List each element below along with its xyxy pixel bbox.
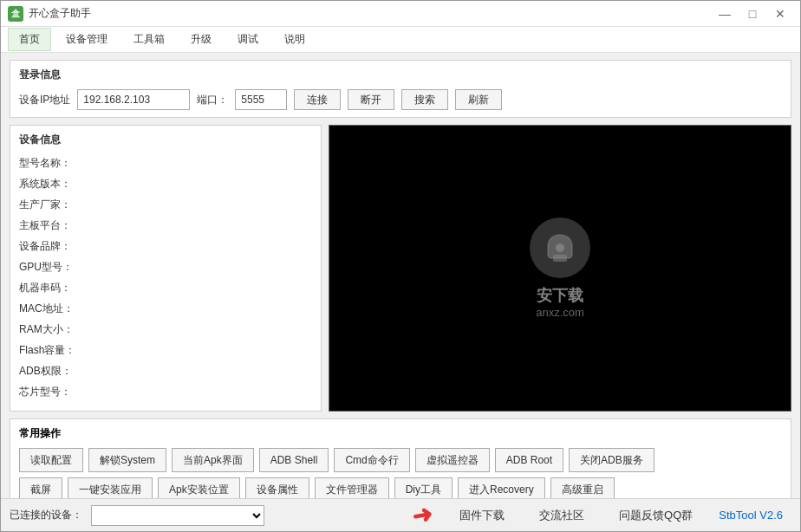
- connected-label: 已连接的设备：: [10, 508, 82, 522]
- port-input[interactable]: [235, 89, 287, 110]
- maximize-button[interactable]: □: [739, 4, 765, 23]
- device-info-field-11: 芯片型号：: [19, 383, 312, 400]
- watermark-icon: [530, 217, 590, 278]
- btn-install-app[interactable]: 一键安装应用: [68, 477, 153, 498]
- main-window: 盒 开心盒子助手 — □ ✕ 首页 设备管理 工具箱 升级 调试 说明 登录信息…: [0, 0, 801, 532]
- btn-close-adb[interactable]: 关闭ADB服务: [569, 448, 654, 472]
- operations-section: 常用操作 读取配置 解锁System 当前Apk界面 ADB Shell Cmd…: [10, 418, 791, 498]
- preview-area: 安下载 anxz.com: [329, 125, 791, 412]
- btn-virtual-remote[interactable]: 虚拟遥控器: [415, 448, 490, 472]
- btn-adb-shell[interactable]: ADB Shell: [259, 448, 329, 472]
- title-bar-left: 盒 开心盒子助手: [8, 6, 91, 22]
- community-link[interactable]: 交流社区: [522, 508, 602, 523]
- red-arrow-icon: ➜: [409, 499, 433, 530]
- watermark-text: 安下载: [537, 285, 583, 306]
- device-info-field-8: RAM大小：: [19, 321, 312, 338]
- btn-diy-tools[interactable]: Diy工具: [394, 477, 453, 498]
- svg-rect-0: [553, 255, 567, 262]
- device-info-field-1: 系统版本：: [19, 175, 312, 192]
- title-bar: 盒 开心盒子助手 — □ ✕: [1, 1, 800, 27]
- menu-item-toolbox[interactable]: 工具箱: [122, 28, 176, 51]
- operations-title: 常用操作: [19, 426, 782, 441]
- app-icon: 盒: [8, 6, 23, 22]
- device-info-field-7: MAC地址：: [19, 300, 312, 317]
- operations-row1: 读取配置 解锁System 当前Apk界面 ADB Shell Cmd命令行 虚…: [19, 448, 782, 472]
- arrow-firmware-area: ➜ 固件下载: [442, 508, 522, 523]
- btn-cmd[interactable]: Cmd命令行: [334, 448, 409, 472]
- device-info-field-9: Flash容量：: [19, 341, 312, 359]
- btn-adb-root[interactable]: ADB Root: [495, 448, 563, 472]
- close-button[interactable]: ✕: [767, 4, 793, 23]
- device-info-field-2: 生产厂家：: [19, 196, 312, 213]
- operations-row2: 截屏 一键安装应用 Apk安装位置 设备属性 文件管理器 Diy工具 进入Rec…: [19, 477, 782, 498]
- menu-item-device-mgmt[interactable]: 设备管理: [55, 28, 119, 51]
- bottom-bar: 已连接的设备： ➜ 固件下载 交流社区 问题反馈QQ群 StbTool V2.6: [1, 498, 800, 531]
- btn-read-config[interactable]: 读取配置: [19, 448, 83, 472]
- btn-advanced-reboot[interactable]: 高级重启: [550, 477, 615, 498]
- connect-button[interactable]: 连接: [294, 89, 341, 110]
- disconnect-button[interactable]: 断开: [348, 89, 394, 110]
- title-controls: — □ ✕: [712, 4, 793, 23]
- menu-item-upgrade[interactable]: 升级: [179, 28, 223, 51]
- login-row: 设备IP地址 端口： 连接 断开 搜索 刷新: [19, 89, 782, 110]
- watermark: 安下载 anxz.com: [530, 217, 590, 319]
- ip-input[interactable]: [77, 89, 190, 110]
- btn-unlock-system[interactable]: 解锁System: [88, 448, 166, 472]
- device-info-field-5: GPU型号：: [19, 258, 312, 276]
- menu-item-home[interactable]: 首页: [8, 28, 51, 51]
- menu-item-help[interactable]: 说明: [273, 28, 316, 51]
- device-info-section: 设备信息 型号名称： 系统版本： 生产厂家： 主板平台： 设备品牌： GPU型号…: [10, 125, 322, 412]
- main-content: 登录信息 设备IP地址 端口： 连接 断开 搜索 刷新 设备信息 型号名称： 系…: [1, 53, 800, 498]
- login-section: 登录信息 设备IP地址 端口： 连接 断开 搜索 刷新: [10, 60, 791, 118]
- device-info-field-10: ADB权限：: [19, 362, 312, 380]
- device-info-field-4: 设备品牌：: [19, 237, 312, 255]
- device-info-field-6: 机器串码：: [19, 279, 312, 296]
- btn-apk-install-loc[interactable]: Apk安装位置: [158, 477, 240, 498]
- firmware-link[interactable]: 固件下载: [442, 508, 522, 523]
- device-info-field-3: 主板平台：: [19, 217, 312, 234]
- btn-current-apk[interactable]: 当前Apk界面: [172, 448, 254, 472]
- device-info-title: 设备信息: [19, 133, 312, 149]
- minimize-button[interactable]: —: [712, 4, 738, 23]
- btn-screenshot[interactable]: 截屏: [19, 477, 62, 498]
- connected-devices-select[interactable]: [91, 505, 264, 526]
- menu-bar: 首页 设备管理 工具箱 升级 调试 说明: [1, 27, 800, 53]
- bottom-links: ➜ 固件下载 交流社区 问题反馈QQ群 StbTool V2.6: [442, 508, 791, 523]
- ip-label: 设备IP地址: [19, 93, 70, 107]
- window-title: 开心盒子助手: [29, 6, 91, 21]
- main-area: 设备信息 型号名称： 系统版本： 生产厂家： 主板平台： 设备品牌： GPU型号…: [10, 125, 791, 412]
- device-info-field-0: 型号名称：: [19, 154, 312, 172]
- watermark-subtext: anxz.com: [536, 306, 584, 319]
- btn-enter-recovery[interactable]: 进入Recovery: [458, 477, 545, 498]
- login-section-title: 登录信息: [19, 68, 782, 84]
- refresh-button[interactable]: 刷新: [455, 89, 502, 110]
- feedback-link[interactable]: 问题反馈QQ群: [602, 508, 710, 523]
- version-label: StbTool V2.6: [710, 509, 791, 522]
- search-button[interactable]: 搜索: [401, 89, 448, 110]
- port-label: 端口：: [197, 93, 228, 107]
- btn-file-manager[interactable]: 文件管理器: [315, 477, 389, 498]
- btn-device-props[interactable]: 设备属性: [245, 477, 309, 498]
- svg-point-1: [556, 243, 564, 252]
- menu-item-debug[interactable]: 调试: [226, 28, 270, 51]
